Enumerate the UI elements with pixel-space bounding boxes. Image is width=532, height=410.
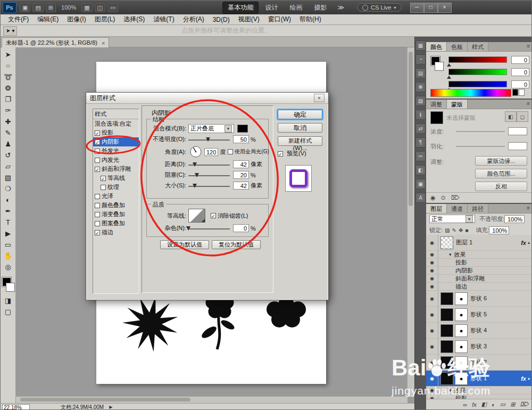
panel-tab[interactable]: 路径 xyxy=(468,204,488,213)
layer-row-shape-2[interactable]: ◉●形状 2 xyxy=(426,355,532,371)
style-item-contour[interactable]: ✓等高线 xyxy=(93,174,139,183)
close-button[interactable]: × xyxy=(438,3,452,13)
contour-picker[interactable] xyxy=(188,209,205,223)
delete-layer-icon[interactable]: ⌦ xyxy=(520,401,528,408)
menu-item[interactable]: 选择(S) xyxy=(119,14,149,25)
workspace-button[interactable]: 摄影 xyxy=(309,2,332,14)
menu-item[interactable]: 图层(L) xyxy=(90,14,120,25)
status-expand-arrow[interactable]: ▶ xyxy=(109,405,112,409)
cs-live-button[interactable]: CS Live ▾ xyxy=(357,3,402,12)
layer-thumbnail[interactable] xyxy=(440,292,453,305)
visibility-eye-icon[interactable]: ◉ xyxy=(426,267,438,274)
mask-delete-icon[interactable]: ⌦ xyxy=(451,194,460,201)
add-layer-mask-icon[interactable]: ◧ xyxy=(481,401,487,408)
layer-thumbnail[interactable] xyxy=(440,356,453,369)
add-pixel-mask-button[interactable]: ◧ xyxy=(505,111,517,122)
panel-tab[interactable]: 颜色 xyxy=(426,42,447,51)
mask-disable-icon[interactable]: ◉ xyxy=(430,194,436,201)
lock-position-icon[interactable]: ✥ xyxy=(459,227,463,233)
background-color-swatch[interactable] xyxy=(6,283,15,292)
panel-menu-icon[interactable]: ≡ xyxy=(524,42,532,51)
layer-thumbnail[interactable] xyxy=(440,372,453,385)
layer-fx-row[interactable]: ◉投影 xyxy=(426,259,532,267)
vector-mask-thumbnail[interactable]: ● xyxy=(455,340,468,353)
style-item-checkbox[interactable]: ✓ xyxy=(101,176,106,181)
dock-paths-icon[interactable]: ▣ xyxy=(415,179,426,189)
vector-mask-thumbnail[interactable]: ● xyxy=(455,308,468,321)
view-extras-icon[interactable]: ▤ xyxy=(32,3,43,12)
noise-slider[interactable] xyxy=(188,225,230,232)
feather-slider[interactable] xyxy=(456,146,505,147)
panel-menu-icon[interactable]: ≡ xyxy=(524,100,532,109)
workspace-button[interactable]: 绘画 xyxy=(284,2,307,14)
cancel-button[interactable]: 取消 xyxy=(278,123,322,133)
layer-fx-row[interactable]: ◉内阴影 xyxy=(426,267,532,275)
eyedropper-tool[interactable]: ✑ xyxy=(2,105,14,116)
style-item-blending-options[interactable]: 混合选项:自定 xyxy=(93,119,139,128)
panel-tab[interactable]: 通道 xyxy=(447,204,468,213)
lock-image-icon[interactable]: ✎ xyxy=(452,227,456,233)
color-spectrum-ramp[interactable] xyxy=(430,89,511,97)
style-item-gradient-overlay[interactable]: 渐变叠加 xyxy=(93,210,139,219)
white-swatch[interactable] xyxy=(519,89,525,96)
panel-tab[interactable]: 图层 xyxy=(426,204,447,213)
eraser-tool[interactable]: ▱ xyxy=(2,161,14,172)
blur-tool[interactable]: ❍ xyxy=(2,183,14,194)
dialog-titlebar[interactable]: 图层样式 × xyxy=(86,93,328,104)
color-slider-green[interactable] xyxy=(448,69,507,75)
distance-field[interactable]: 42 xyxy=(233,160,249,168)
antialias-checkbox[interactable]: ✓ xyxy=(211,213,216,218)
minimize-button[interactable]: ─ xyxy=(410,3,424,13)
workspace-button[interactable]: 设计 xyxy=(260,2,283,14)
zoom-level-indicator[interactable]: 100% xyxy=(61,4,76,11)
size-slider[interactable] xyxy=(188,183,230,189)
layer-thumbnail[interactable] xyxy=(440,236,453,249)
style-item-outer-glow[interactable]: 外发光 xyxy=(93,146,139,155)
layer-row-shape-3[interactable]: ◉●形状 3 xyxy=(426,339,532,355)
color-value-red[interactable]: 0 xyxy=(511,56,529,64)
mask-apply-icon[interactable]: ⊙ xyxy=(441,194,446,201)
lock-all-icon[interactable]: ■ xyxy=(465,227,468,233)
masks-color-range-button[interactable]: 颜色范围... xyxy=(475,169,527,178)
visibility-eye-icon[interactable]: ◉ xyxy=(426,251,438,258)
masks-invert-button[interactable]: 反相 xyxy=(475,182,527,191)
angle-field[interactable]: 120 xyxy=(204,148,218,156)
menu-item[interactable]: 图像(I) xyxy=(63,14,90,25)
reset-default-button[interactable]: 复位为默认值 xyxy=(212,240,261,249)
visibility-eye-icon[interactable]: ◉ xyxy=(426,283,438,290)
style-item-checkbox[interactable] xyxy=(95,212,100,217)
layer-thumbnail[interactable] xyxy=(440,308,453,321)
ruler-icon[interactable]: ▭ xyxy=(107,3,118,12)
layer-thumbnail[interactable] xyxy=(440,340,453,353)
zoom-tool[interactable]: ◎ xyxy=(2,261,14,273)
type-tool[interactable]: T xyxy=(2,217,14,228)
layer-group-icon[interactable]: ▭ xyxy=(500,401,505,408)
color-value-blue[interactable]: 0 xyxy=(511,80,529,88)
launch-bridge-icon[interactable]: ▣ xyxy=(20,3,30,12)
menu-item[interactable]: 文件(F) xyxy=(4,14,33,25)
move-tool[interactable]: ➤ xyxy=(2,49,14,60)
crop-tool[interactable]: ❐ xyxy=(2,94,14,105)
dock-swatches-icon[interactable]: ▨ xyxy=(415,96,426,106)
visibility-eye-icon[interactable]: ◉ xyxy=(426,259,438,266)
dock-history-icon[interactable]: ◔ xyxy=(415,54,426,64)
layer-fx-row[interactable]: ◉描边 xyxy=(426,283,532,291)
dock-properties-icon[interactable]: ▤ xyxy=(415,68,426,78)
black-swatch[interactable] xyxy=(512,89,518,96)
choke-slider[interactable] xyxy=(188,172,230,178)
new-style-button[interactable]: 新建样式(W)... xyxy=(278,136,322,146)
layer-style-badge[interactable]: fx▴ xyxy=(521,240,532,246)
visibility-eye-icon[interactable]: ◉ xyxy=(426,371,438,386)
layer-row-shape-6[interactable]: ◉●形状 6 xyxy=(426,291,532,307)
vector-mask-thumbnail[interactable]: ● xyxy=(455,356,468,369)
layer-style-icon[interactable]: fx xyxy=(472,401,477,408)
close-tab-icon[interactable]: × xyxy=(102,40,105,46)
dock-tool-presets-icon[interactable]: ¶ xyxy=(415,137,426,147)
menu-item[interactable]: 分析(A) xyxy=(179,14,209,25)
layer-fx-row[interactable]: ◉斜面和浮雕 xyxy=(426,275,532,283)
style-item-texture[interactable]: 纹理 xyxy=(93,183,139,192)
panel-tab[interactable]: 色板 xyxy=(447,42,468,51)
lock-transparency-icon[interactable]: ▨ xyxy=(445,227,450,233)
visibility-eye-icon[interactable]: ◉ xyxy=(426,355,438,370)
workspace-overflow-button[interactable]: ≫ xyxy=(335,4,346,11)
